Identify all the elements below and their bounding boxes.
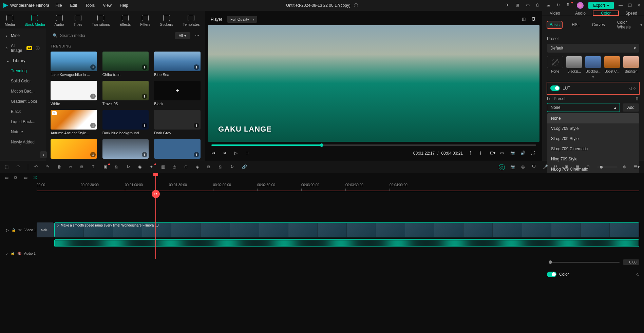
- clip-short[interactable]: Mak...: [37, 222, 54, 237]
- save-icon[interactable]: ⎙: [536, 3, 542, 8]
- sidebar-nature[interactable]: Nature: [0, 127, 46, 137]
- filter-all[interactable]: All▾: [175, 32, 190, 39]
- sync-icon[interactable]: ↻: [230, 164, 236, 170]
- tab-color[interactable]: Color: [593, 11, 619, 16]
- menu-tools[interactable]: Tools: [85, 3, 95, 8]
- media-thumb[interactable]: ⬇Chiba train: [102, 52, 149, 77]
- sidebar-ai-image[interactable]: ›AI ImageAIⓘ: [0, 41, 46, 56]
- media-thumb[interactable]: ⬇❤Autumn Ancient Style...: [51, 110, 97, 135]
- sidebar-library[interactable]: ⌄Library: [0, 56, 46, 66]
- tab-audio-right[interactable]: Audio: [568, 11, 593, 16]
- media-thumb[interactable]: ⬇: [51, 139, 97, 160]
- preset-select[interactable]: Default▾: [547, 44, 639, 53]
- close-icon[interactable]: ✕: [637, 3, 641, 8]
- media-thumb[interactable]: ⬇Lake Kawaguchiko in ...: [51, 52, 97, 77]
- download-icon[interactable]: ⬇: [194, 152, 199, 157]
- sub-tab-wheels[interactable]: Color Wheels: [614, 19, 633, 31]
- volume-icon[interactable]: 🔊: [520, 151, 526, 156]
- timeline-ruler[interactable]: 00:0000:00:30:0000:01:00:0000:01:30:0000…: [37, 183, 639, 191]
- export-button[interactable]: Export ▾: [588, 2, 614, 9]
- marker-icon[interactable]: ▣: [565, 164, 570, 170]
- screen-icon[interactable]: ▭: [500, 151, 506, 156]
- frame-icon[interactable]: ▣: [103, 164, 109, 170]
- preset-thumb[interactable]: Brighten: [623, 56, 639, 73]
- sidebar-collapse[interactable]: ‹: [40, 151, 47, 158]
- lut-kf-prev-icon[interactable]: ◁: [629, 86, 632, 90]
- menu-view[interactable]: View: [103, 3, 112, 8]
- lut-option[interactable]: SLog 709 Cinematic: [547, 144, 639, 154]
- grid-icon[interactable]: ⊞: [516, 3, 521, 8]
- rotate-icon[interactable]: ↻: [127, 164, 132, 170]
- preset-expand-icon[interactable]: ▾: [547, 75, 639, 79]
- video-track-icon[interactable]: ▷: [6, 228, 9, 232]
- download-icon[interactable]: ⬇: [142, 64, 147, 70]
- delete-icon[interactable]: 🗑: [57, 164, 63, 170]
- zoom-out-icon[interactable]: ⊖: [586, 164, 592, 170]
- tab-audio[interactable]: Audio: [55, 15, 64, 26]
- sidebar-black[interactable]: Black: [0, 106, 46, 117]
- menu-file[interactable]: File: [55, 3, 62, 8]
- crop-icon[interactable]: ⧉: [80, 164, 86, 170]
- tl-link-icon[interactable]: ⧉: [14, 175, 20, 181]
- list-icon[interactable]: ☰▾: [634, 164, 639, 170]
- media-thumb[interactable]: ⬇: [102, 139, 149, 160]
- play-icon[interactable]: ▷: [234, 151, 240, 156]
- quality-select[interactable]: Full Quality: [227, 16, 257, 23]
- download-icon[interactable]: ⬇: [90, 123, 96, 128]
- preset-thumb[interactable]: Boost C...: [604, 56, 620, 73]
- monitor-icon[interactable]: ▭: [526, 3, 531, 8]
- sub-tab-basic[interactable]: Basic: [547, 21, 562, 28]
- media-thumb[interactable]: ⬇Dark Gray: [154, 110, 201, 135]
- maximize-icon[interactable]: ❐: [628, 3, 632, 8]
- bracket-close-icon[interactable]: }: [480, 151, 485, 156]
- download-icon[interactable]: ⬇: [90, 152, 96, 157]
- mixer-icon[interactable]: ☷: [554, 164, 559, 170]
- download-icon[interactable]: ⬇: [142, 94, 147, 99]
- download-icon[interactable]: ⬇: [194, 64, 199, 70]
- color-toggle[interactable]: [547, 272, 556, 277]
- video-clip[interactable]: ▷Make a smooth speed ramp every time! Wo…: [54, 222, 639, 237]
- mute-icon[interactable]: 🔇: [17, 252, 21, 255]
- download-icon[interactable]: ⬇: [142, 123, 147, 128]
- apps-icon[interactable]: ⠿: [567, 3, 572, 8]
- tab-media[interactable]: Media: [5, 15, 15, 26]
- stop-icon[interactable]: □: [246, 151, 251, 156]
- tab-video[interactable]: Video: [542, 11, 568, 16]
- tab-stock-media[interactable]: Stock Media: [24, 15, 45, 26]
- download-icon[interactable]: ⬇: [90, 94, 96, 99]
- group-icon[interactable]: ⧉: [207, 164, 213, 170]
- cloud-icon[interactable]: ☁: [546, 3, 552, 8]
- mask-icon[interactable]: ▥: [161, 164, 167, 170]
- cut-icon[interactable]: ✂: [69, 164, 74, 170]
- scrub-bar[interactable]: [208, 142, 539, 149]
- lut-option[interactable]: SLog 709 Style: [547, 134, 639, 144]
- lock-icon[interactable]: 🔒: [12, 228, 16, 232]
- lut-option[interactable]: VLog 709 Style: [547, 123, 639, 134]
- pointer-icon[interactable]: ⬚: [5, 164, 10, 170]
- link-icon[interactable]: ⎘: [115, 164, 120, 170]
- media-thumb[interactable]: ⬇Travel 05: [102, 81, 149, 106]
- sidebar-liquid[interactable]: Liquid Back...: [0, 117, 46, 127]
- color-kf-icon[interactable]: ◇: [636, 272, 639, 277]
- zoom-slider[interactable]: [597, 166, 618, 168]
- tl-snap-icon[interactable]: ⌘: [33, 175, 39, 181]
- fullscreen-icon[interactable]: ⛶: [531, 151, 536, 156]
- mic-icon[interactable]: 🎤: [543, 164, 548, 170]
- search-input[interactable]: [51, 31, 114, 40]
- track-icon[interactable]: ⊙: [184, 164, 190, 170]
- lut-delete-icon[interactable]: 🗑: [635, 96, 639, 101]
- media-thumb[interactable]: ⬇: [154, 139, 201, 160]
- tl-magnet-icon[interactable]: ▭: [24, 175, 29, 181]
- sidebar-solid-color[interactable]: Solid Color: [0, 76, 46, 86]
- history-icon[interactable]: ↻: [556, 3, 562, 8]
- menu-help[interactable]: Help: [120, 3, 128, 8]
- audio-track-icon[interactable]: ♪: [6, 252, 8, 255]
- add-icon[interactable]: +: [175, 87, 179, 94]
- face-icon[interactable]: ☺: [499, 164, 505, 170]
- more-options[interactable]: ⋯: [194, 32, 201, 39]
- user-avatar[interactable]: [577, 2, 584, 9]
- sidebar-newly-added[interactable]: Newly Added: [0, 137, 46, 147]
- camera-icon[interactable]: 📷: [510, 164, 516, 170]
- snapshot-icon[interactable]: 📷: [510, 151, 516, 156]
- media-thumb[interactable]: +Black: [154, 81, 201, 106]
